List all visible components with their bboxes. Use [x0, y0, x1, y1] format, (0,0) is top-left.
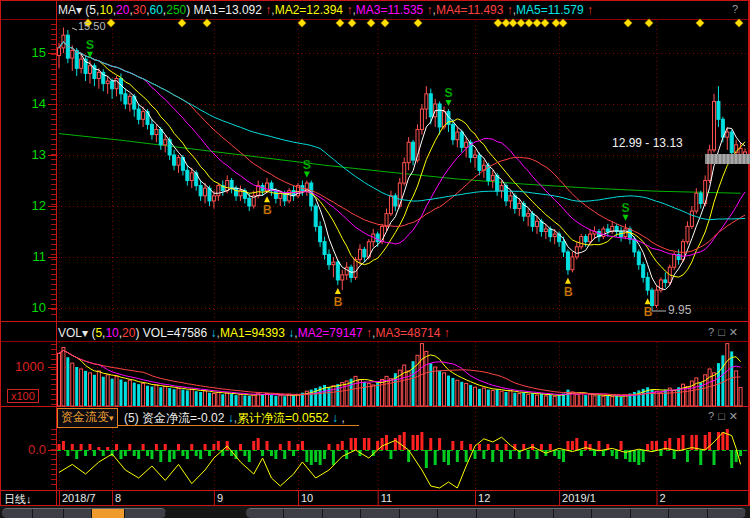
- event-diamond-marker[interactable]: [367, 19, 375, 27]
- scrollbar-segment[interactable]: [246, 509, 284, 518]
- volume-bar: [593, 396, 596, 406]
- sell-signal-label: S: [303, 158, 311, 172]
- flow-bar: [288, 441, 291, 450]
- event-diamond-marker[interactable]: [509, 19, 517, 27]
- help-icon[interactable]: ?: [732, 3, 742, 15]
- flow-bar: [155, 444, 158, 450]
- volume-bar: [478, 389, 481, 406]
- candle-body: [217, 186, 220, 196]
- scrollbar-segment[interactable]: [438, 509, 476, 518]
- event-diamond-marker[interactable]: [298, 19, 306, 27]
- volume-bar: [438, 371, 441, 406]
- volume-bar: [447, 376, 450, 406]
- close-icon[interactable]: ✕: [729, 410, 742, 422]
- event-diamond-marker[interactable]: [525, 19, 533, 27]
- volume-bar: [93, 375, 96, 406]
- volume-bar: [283, 396, 286, 406]
- toolbar-segment[interactable]: [2, 509, 33, 518]
- scrollbar-segment[interactable]: [554, 509, 592, 518]
- high-price-label: 15.50: [78, 20, 106, 32]
- event-diamond-marker[interactable]: [645, 19, 653, 27]
- period-selector[interactable]: 日线↓: [4, 492, 32, 507]
- flow-bar: [341, 441, 344, 450]
- maximize-icon[interactable]: □: [718, 326, 729, 338]
- flow-bar: [394, 438, 397, 450]
- flow-bar: [283, 450, 286, 459]
- candle-body: [730, 132, 733, 152]
- volume-bar: [505, 392, 508, 406]
- toolbar-scrollbar[interactable]: [246, 508, 746, 518]
- volume-bar: [58, 353, 61, 406]
- event-diamond-marker[interactable]: [541, 19, 549, 27]
- event-diamond-marker[interactable]: [203, 19, 211, 27]
- candle-body: [500, 186, 503, 191]
- flow-bar: [620, 441, 623, 450]
- event-diamond-marker[interactable]: [381, 19, 389, 27]
- volume-bar: [102, 377, 105, 406]
- flow-bar: [274, 450, 277, 459]
- event-diamond-marker[interactable]: [494, 19, 502, 27]
- event-diamond-marker[interactable]: [624, 19, 632, 27]
- scrollbar-segment[interactable]: [515, 509, 553, 518]
- scrollbar-segment[interactable]: [400, 509, 438, 518]
- toolbar-segment-active[interactable]: [92, 509, 125, 518]
- candle-body: [389, 196, 392, 214]
- toolbar-segment[interactable]: [33, 509, 64, 518]
- volume-bar: [204, 391, 207, 406]
- scrollbar-segment[interactable]: [477, 509, 515, 518]
- flow-bar: [469, 444, 472, 450]
- candle-body: [319, 226, 322, 241]
- event-diamond-marker[interactable]: [517, 19, 525, 27]
- volume-bar: [544, 396, 547, 406]
- scrollbar-segment[interactable]: [708, 509, 746, 518]
- event-diamond-marker[interactable]: [696, 19, 704, 27]
- event-diamond-marker[interactable]: [414, 19, 422, 27]
- flow-indicator-dropdown[interactable]: 资金流变▾: [57, 408, 118, 428]
- scrollbar-segment[interactable]: [592, 509, 630, 518]
- flow-bar: [58, 444, 61, 450]
- event-diamond-marker[interactable]: [336, 19, 344, 27]
- flow-bar: [75, 450, 78, 459]
- ma-header-values: MA▾ (5,10,20,30,60,250) MA1=13.092 ↑,MA2…: [58, 3, 593, 17]
- scrollbar-segment[interactable]: [323, 509, 361, 518]
- flow-bar: [535, 450, 538, 459]
- indicator-dropdown[interactable]: VOL▾: [58, 326, 91, 340]
- candle-body: [358, 249, 361, 259]
- flow-bar: [726, 429, 729, 450]
- scrollbar-segment[interactable]: [669, 509, 707, 518]
- flow-bar: [243, 450, 246, 456]
- volume-bar: [513, 393, 516, 406]
- maximize-icon[interactable]: □: [718, 410, 729, 422]
- toolbar-segment[interactable]: [125, 509, 166, 518]
- flow-bar: [566, 441, 569, 450]
- close-icon[interactable]: ✕: [729, 326, 742, 338]
- event-diamond-marker[interactable]: [735, 19, 743, 27]
- event-diamond-marker[interactable]: [107, 19, 115, 27]
- candle-body: [717, 101, 720, 119]
- candle-body: [566, 252, 569, 270]
- volume-bar: [128, 380, 131, 406]
- candle-body: [549, 229, 552, 237]
- help-icon[interactable]: ?: [708, 410, 718, 422]
- scrollbar-segment[interactable]: [631, 509, 669, 518]
- param-paren: ): [186, 3, 193, 17]
- candle-body: [412, 142, 415, 160]
- flow-bar: [106, 447, 109, 450]
- scrollbar-segment[interactable]: [284, 509, 322, 518]
- flow-bar: [354, 438, 357, 450]
- event-diamond-marker[interactable]: [533, 19, 541, 27]
- indicator-dropdown[interactable]: MA▾: [58, 3, 85, 17]
- event-diamond-marker[interactable]: [178, 19, 186, 27]
- event-diamond-marker[interactable]: [348, 19, 356, 27]
- candle-body: [438, 104, 441, 127]
- volume-bar: [527, 394, 530, 406]
- candle-body: [226, 181, 229, 191]
- volume-bar: [363, 382, 366, 406]
- flow-bar: [142, 444, 145, 450]
- toolbar-segment[interactable]: [64, 509, 93, 518]
- scrollbar-segment[interactable]: [361, 509, 399, 518]
- chart-canvas[interactable]: SBSBSBSB: [0, 0, 750, 518]
- volume-bar: [429, 363, 432, 406]
- param-value: 60: [150, 3, 163, 17]
- help-icon[interactable]: ?: [708, 326, 718, 338]
